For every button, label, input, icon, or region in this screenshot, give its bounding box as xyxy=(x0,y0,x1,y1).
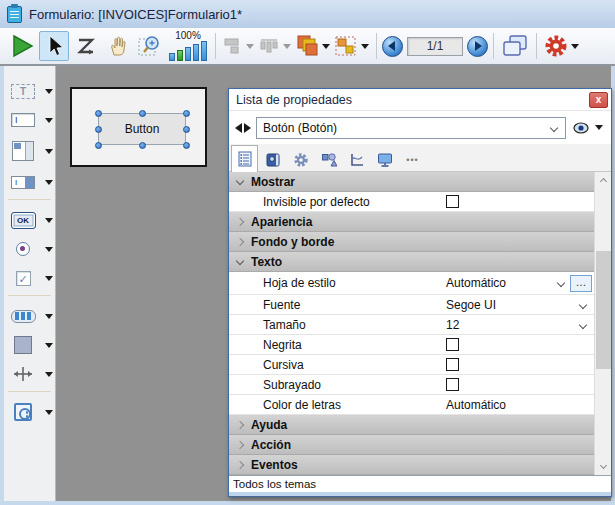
palette-combo-box-control[interactable]: I xyxy=(4,169,55,195)
tab-objects[interactable] xyxy=(315,147,342,171)
group-eventos[interactable]: Eventos xyxy=(229,455,594,475)
palette-panel-control[interactable] xyxy=(4,332,55,358)
group-apariencia[interactable]: Apariencia xyxy=(229,212,594,232)
resize-handle-s[interactable] xyxy=(139,142,146,149)
dropdown-arrow-icon[interactable] xyxy=(45,410,53,415)
properties-panel-titlebar[interactable]: Lista de propiedades x xyxy=(229,89,611,111)
run-form-button[interactable] xyxy=(7,31,37,61)
dropdown-arrow-icon[interactable] xyxy=(45,180,53,185)
theme-status-bar: Todos los temas xyxy=(229,475,611,492)
designed-button-widget[interactable]: Button xyxy=(98,113,186,145)
select-tool-button[interactable] xyxy=(39,31,69,61)
group-mostrar[interactable]: Mostrar xyxy=(229,172,594,192)
scroll-down-icon[interactable] xyxy=(595,459,611,475)
tab-order-tool-button[interactable] xyxy=(71,31,101,61)
tab-settings[interactable] xyxy=(287,147,314,171)
visibility-filter-button[interactable] xyxy=(571,122,605,134)
scrollbar-thumb[interactable] xyxy=(596,251,611,369)
palette-custom-control[interactable] xyxy=(4,399,55,425)
dropdown-arrow-icon[interactable] xyxy=(45,276,53,281)
tab-properties[interactable] xyxy=(231,145,258,172)
app-window: Formulario: [INVOICES]Formulario1* 100% xyxy=(0,0,615,505)
forms-list-button[interactable] xyxy=(500,31,530,61)
pan-tool-button[interactable] xyxy=(103,31,133,61)
settings-button[interactable] xyxy=(543,31,580,61)
dropdown-arrow-icon[interactable] xyxy=(45,247,53,252)
palette-splitter-control[interactable] xyxy=(4,361,55,387)
chevron-right-icon xyxy=(236,217,244,225)
color-de-letras-value[interactable]: Automático xyxy=(446,395,594,414)
group-ayuda[interactable]: Ayuda xyxy=(229,415,594,435)
radio-button-control-icon xyxy=(16,242,30,256)
dropdown-arrow-icon[interactable] xyxy=(45,372,53,377)
dropdown-arrow-icon[interactable] xyxy=(45,218,53,223)
resize-handle-nw[interactable] xyxy=(95,110,102,117)
tab-more[interactable]: ••• xyxy=(399,147,426,171)
group-accion[interactable]: Acción xyxy=(229,435,594,455)
distribute-button-disabled[interactable] xyxy=(257,31,292,61)
palette-toolbar-control[interactable] xyxy=(4,303,55,329)
property-grid: Mostrar Invisible por defecto Apariencia… xyxy=(229,172,611,475)
next-object-icon[interactable] xyxy=(244,123,251,133)
tab-order-icon xyxy=(75,35,97,57)
resize-handle-se[interactable] xyxy=(183,142,190,149)
chevron-down-icon xyxy=(579,300,587,308)
dropdown-arrow-icon[interactable] xyxy=(45,149,53,154)
tab-display[interactable] xyxy=(371,147,398,171)
property-category-tabs: ••• xyxy=(229,144,611,172)
properties-scrollbar[interactable] xyxy=(594,172,611,475)
group-fondo-y-borde[interactable]: Fondo y borde xyxy=(229,232,594,252)
tab-chart[interactable] xyxy=(343,147,370,171)
arrange-order-button[interactable] xyxy=(294,31,331,61)
dropdown-arrow-icon[interactable] xyxy=(45,89,53,94)
fuente-dropdown[interactable]: Segoe UI xyxy=(446,295,594,314)
zoom-level-control[interactable]: 100% xyxy=(169,31,207,61)
custom-control-icon xyxy=(14,403,32,421)
palette-checkbox-control[interactable]: ✓ xyxy=(4,265,55,291)
chevron-down-icon xyxy=(236,176,244,184)
grid-arrange-button[interactable] xyxy=(333,31,370,61)
book-icon xyxy=(265,152,281,168)
palette-label-control[interactable]: T xyxy=(4,78,55,104)
tab-data[interactable] xyxy=(259,147,286,171)
tamano-dropdown[interactable]: 12 xyxy=(446,315,594,334)
negrita-checkbox[interactable] xyxy=(446,338,459,351)
dropdown-arrow-icon[interactable] xyxy=(45,343,53,348)
close-icon[interactable]: x xyxy=(589,92,608,108)
style-ellipsis-button[interactable]: … xyxy=(570,275,592,292)
previous-object-icon[interactable] xyxy=(235,123,242,133)
invisible-checkbox[interactable] xyxy=(446,195,459,208)
subrayado-checkbox[interactable] xyxy=(446,378,459,391)
resize-handle-w[interactable] xyxy=(95,126,102,133)
dropdown-arrow-icon xyxy=(361,44,369,49)
palette-button-control[interactable]: OK xyxy=(4,207,55,233)
previous-page-button[interactable] xyxy=(382,36,403,57)
eye-icon xyxy=(573,122,590,134)
resize-handle-n[interactable] xyxy=(139,110,146,117)
page-indicator[interactable]: 1/1 xyxy=(407,37,463,56)
resize-handle-e[interactable] xyxy=(183,126,190,133)
palette-list-box-control[interactable] xyxy=(4,136,55,166)
resize-handle-sw[interactable] xyxy=(95,142,102,149)
hoja-de-estilo-dropdown[interactable]: Automático … xyxy=(446,272,594,294)
chevron-right-icon xyxy=(236,237,244,245)
palette-radio-button-control[interactable] xyxy=(4,236,55,262)
cursiva-checkbox[interactable] xyxy=(446,358,459,371)
distribute-icon xyxy=(258,37,280,55)
main-toolbar: 100% 1/1 xyxy=(0,28,615,66)
combo-box-control-icon: I xyxy=(11,176,35,189)
group-texto[interactable]: Texto xyxy=(229,252,594,272)
scroll-up-icon[interactable] xyxy=(595,172,611,188)
align-button-disabled[interactable] xyxy=(222,31,255,61)
resize-handle-ne[interactable] xyxy=(183,110,190,117)
chevron-right-icon xyxy=(236,420,244,428)
dropdown-arrow-icon[interactable] xyxy=(45,314,53,319)
dropdown-arrow-icon[interactable] xyxy=(45,118,53,123)
selected-object-label: Botón (Botón) xyxy=(263,121,337,135)
palette-text-field-control[interactable]: I xyxy=(4,107,55,133)
zoom-tool-button[interactable] xyxy=(135,31,165,61)
object-selector-combo[interactable]: Botón (Botón) xyxy=(256,117,566,139)
chevron-right-icon xyxy=(236,440,244,448)
form-canvas[interactable]: Button xyxy=(70,87,207,167)
next-page-button[interactable] xyxy=(467,36,488,57)
